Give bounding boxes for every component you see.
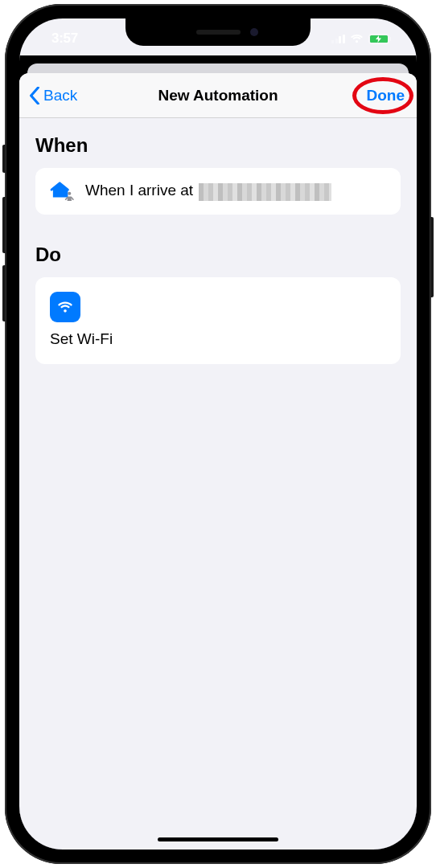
arrive-home-icon [50, 181, 74, 202]
status-indicators [331, 34, 393, 44]
volume-down-button [2, 265, 6, 321]
screen: 3:57 [19, 18, 417, 850]
chevron-left-icon [29, 87, 40, 104]
home-indicator[interactable] [158, 837, 278, 841]
content-area: Back New Automation Done When [19, 55, 417, 850]
front-camera [250, 28, 258, 36]
scroll-content[interactable]: When When I arrive a [19, 118, 417, 364]
when-condition-card[interactable]: When I arrive at [35, 168, 401, 215]
page-title: New Automation [158, 87, 278, 104]
mute-switch [2, 145, 6, 173]
do-action-label: Set Wi-Fi [50, 330, 386, 348]
svg-point-0 [68, 192, 71, 195]
when-section-header: When [35, 134, 401, 157]
phone-frame: 3:57 [5, 4, 431, 864]
modal-sheet: Back New Automation Done When [19, 73, 417, 850]
when-condition-text: When I arrive at [85, 182, 331, 201]
done-button[interactable]: Done [367, 87, 405, 104]
battery-icon [368, 34, 392, 44]
navigation-bar: Back New Automation Done [19, 73, 417, 118]
do-action-card[interactable]: Set Wi-Fi [35, 277, 401, 364]
back-label: Back [43, 87, 77, 104]
when-text: When I arrive at [85, 182, 193, 199]
do-section-header: Do [35, 244, 401, 266]
redacted-location [199, 183, 331, 201]
charging-bolt-icon [376, 35, 381, 43]
power-button [430, 217, 434, 297]
notch [125, 18, 311, 46]
wifi-action-icon [50, 292, 80, 322]
speaker-grille [196, 30, 241, 35]
status-time: 3:57 [43, 31, 78, 47]
volume-up-button [2, 197, 6, 253]
cellular-signal-icon [331, 34, 345, 43]
back-button[interactable]: Back [29, 87, 77, 104]
wifi-icon [350, 34, 364, 44]
